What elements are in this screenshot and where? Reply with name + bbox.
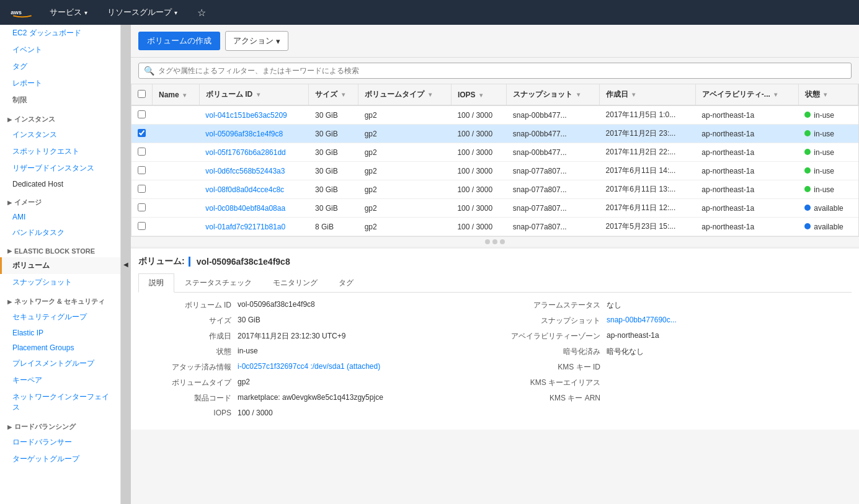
main-content: ボリュームの作成 アクション ▾ 🔍 Name ▾ボリューム ID ▾サイズ ▾…	[131, 25, 859, 504]
col-header-2[interactable]: サイズ ▾	[309, 84, 358, 105]
sidebar-item-instances[interactable]: インスタンス	[0, 126, 120, 143]
table-row[interactable]: vol-05096af38c1e4f9c830 GiBgp2100 / 3000…	[131, 125, 858, 143]
cell-volume-id-0[interactable]: vol-041c151be63ac5209	[199, 105, 309, 125]
cell-3-1: snap-00bb477...	[507, 125, 600, 143]
cell-volume-id-4[interactable]: vol-08f0d8a0d4cce4c8c	[199, 180, 309, 199]
col-header-7[interactable]: アベイラビリティ-... ▾	[695, 84, 798, 105]
detail-tab-ステータスチェック[interactable]: ステータスチェック	[174, 273, 262, 293]
col-header-5[interactable]: スナップショット ▾	[507, 84, 600, 105]
sidebar-item-volumes[interactable]: ボリューム	[0, 257, 120, 274]
sidebar-item-load-balancers[interactable]: ロードバランサー	[0, 434, 120, 451]
favorites-button[interactable]: ☆	[192, 4, 211, 21]
detail-label: KMS キー ID	[507, 362, 607, 373]
select-all-checkbox[interactable]	[131, 84, 153, 105]
cell-volume-id-3[interactable]: vol-0d6fcc568b52443a3	[199, 162, 309, 180]
sidebar-item-target-groups[interactable]: ターゲットグループ	[0, 451, 120, 467]
detail-panel: ボリューム: vol-05096af38c1e4f9c8 説明ステータスチェック…	[131, 247, 859, 430]
row-checkbox-0[interactable]	[131, 105, 153, 125]
cell-status-0: in-use	[798, 105, 858, 125]
detail-tab-説明[interactable]: 説明	[138, 273, 174, 293]
services-menu[interactable]: サービス ▾	[45, 4, 92, 20]
table-row[interactable]: vol-0c08b40ebf84a08aa30 GiBgp2100 / 3000…	[131, 199, 858, 218]
table-row[interactable]: vol-041c151be63ac520930 GiBgp2100 / 3000…	[131, 105, 858, 125]
sidebar-item-ec2-dashboard[interactable]: EC2 ダッシュボード	[0, 25, 120, 42]
col-header-4[interactable]: IOPS ▾	[451, 84, 506, 105]
row-checkbox-5[interactable]	[131, 199, 153, 218]
row-checkbox-2[interactable]	[131, 143, 153, 162]
cell-name-1	[153, 125, 200, 143]
col-header-8[interactable]: 状態 ▾	[798, 84, 858, 105]
sidebar-item-placement-groups[interactable]: Placement Groups	[0, 340, 120, 355]
sidebar-item-limits[interactable]: 制限	[0, 92, 120, 108]
sidebar-item-key-pairs[interactable]: キーペア	[0, 372, 120, 389]
sidebar-item-network-interfaces[interactable]: ネットワークインターフェイス	[0, 389, 120, 416]
cell-4-4: 2017年6月11日 13:...	[600, 180, 696, 199]
cell-1-6: gp2	[358, 218, 452, 236]
sidebar-collapse-button[interactable]: ◀	[121, 25, 131, 504]
detail-row: サイズ30 GiB	[138, 316, 483, 326]
sort-icon: ▾	[577, 91, 580, 98]
sidebar-item-dedicated-host[interactable]: Dedicated Host	[0, 177, 120, 192]
row-checkbox-4[interactable]	[131, 180, 153, 199]
detail-tab-タグ[interactable]: タグ	[328, 273, 364, 293]
row-checkbox-1[interactable]	[131, 125, 153, 143]
sidebar-section-network-section[interactable]: ▶ ネットワーク & セキュリティ	[0, 291, 120, 309]
cell-status-4: in-use	[798, 180, 858, 199]
col-header-3[interactable]: ボリュームタイプ ▾	[358, 84, 452, 105]
cell-0-4: 30 GiB	[309, 180, 358, 199]
sidebar-section-instances-section[interactable]: ▶ インスタンス	[0, 108, 120, 126]
action-chevron-icon: ▾	[276, 37, 280, 46]
cell-5-2: ap-northeast-1a	[695, 143, 798, 162]
sidebar-item-placement-groups-jp[interactable]: プレイスメントグループ	[0, 355, 120, 372]
sidebar-item-bundle-tasks[interactable]: バンドルタスク	[0, 224, 120, 241]
cell-5-1: ap-northeast-1a	[695, 125, 798, 143]
cell-name-2	[153, 143, 200, 162]
col-header-1[interactable]: ボリューム ID ▾	[199, 84, 309, 105]
detail-label: アラームステータス	[507, 300, 607, 311]
aws-logo[interactable]: aws	[10, 5, 35, 20]
detail-value: vol-05096af38c1e4f9c8	[238, 300, 315, 309]
dot-1	[485, 239, 490, 244]
action-button[interactable]: アクション ▾	[225, 31, 288, 51]
sidebar-section-ebs-section[interactable]: ▶ ELASTIC BLOCK STORE	[0, 241, 120, 257]
sidebar-item-reserved-instances[interactable]: リザーブドインスタンス	[0, 160, 120, 177]
detail-value: 30 GiB	[238, 316, 260, 324]
cell-2-4: 100 / 3000	[451, 180, 506, 199]
resources-chevron-icon: ▾	[174, 9, 177, 16]
sidebar-item-reports[interactable]: レポート	[0, 75, 120, 92]
sidebar-item-spot-requests[interactable]: スポットリクエスト	[0, 143, 120, 160]
detail-label: IOPS	[138, 409, 238, 417]
col-header-0[interactable]: Name ▾	[153, 84, 200, 105]
create-volume-button[interactable]: ボリュームの作成	[138, 32, 220, 50]
sidebar-section-images-section[interactable]: ▶ イメージ	[0, 192, 120, 210]
row-checkbox-3[interactable]	[131, 162, 153, 180]
detail-label: KMS キーエイリアス	[507, 378, 607, 388]
sidebar-item-tags[interactable]: タグ	[0, 58, 120, 75]
cell-volume-id-2[interactable]: vol-05f17676b6a2861dd	[199, 143, 309, 162]
sidebar-item-ami[interactable]: AMI	[0, 210, 120, 224]
row-checkbox-6[interactable]	[131, 218, 153, 236]
sidebar-item-snapshots[interactable]: スナップショット	[0, 274, 120, 291]
sidebar-section-lb-section[interactable]: ▶ ロードバランシング	[0, 416, 120, 434]
sidebar-item-events[interactable]: イベント	[0, 42, 120, 58]
table-row[interactable]: vol-0d6fcc568b52443a330 GiBgp2100 / 3000…	[131, 162, 858, 180]
sidebar-item-security-groups[interactable]: セキュリティグループ	[0, 309, 120, 325]
detail-value[interactable]: snap-00bb477690c...	[607, 316, 677, 324]
table-row[interactable]: vol-08f0d8a0d4cce4c8c30 GiBgp2100 / 3000…	[131, 180, 858, 199]
detail-value[interactable]: i-0c0257c1f32697cc4 :/dev/sda1 (attached…	[238, 362, 380, 371]
section-triangle-icon: ▶	[7, 424, 12, 430]
resources-menu[interactable]: リソースグループ ▾	[102, 4, 182, 20]
cell-volume-id-1[interactable]: vol-05096af38c1e4f9c8	[199, 125, 309, 143]
cell-5-0: ap-northeast-1a	[695, 105, 798, 125]
resize-dots[interactable]	[131, 237, 859, 247]
col-header-6[interactable]: 作成日 ▾	[600, 84, 696, 105]
cell-volume-id-6[interactable]: vol-01afd7c92171b81a0	[199, 218, 309, 236]
table-row[interactable]: vol-05f17676b6a2861dd30 GiBgp2100 / 3000…	[131, 143, 858, 162]
cell-volume-id-5[interactable]: vol-0c08b40ebf84a08aa	[199, 199, 309, 218]
table-row[interactable]: vol-01afd7c92171b81a08 GiBgp2100 / 3000s…	[131, 218, 858, 236]
detail-row: アベイラビリティーゾーンap-northeast-1a	[507, 331, 852, 342]
detail-tab-モニタリング[interactable]: モニタリング	[262, 273, 328, 293]
detail-label: アタッチ済み情報	[138, 362, 238, 373]
search-input[interactable]	[158, 66, 846, 75]
sidebar-item-elastic-ip[interactable]: Elastic IP	[0, 325, 120, 340]
